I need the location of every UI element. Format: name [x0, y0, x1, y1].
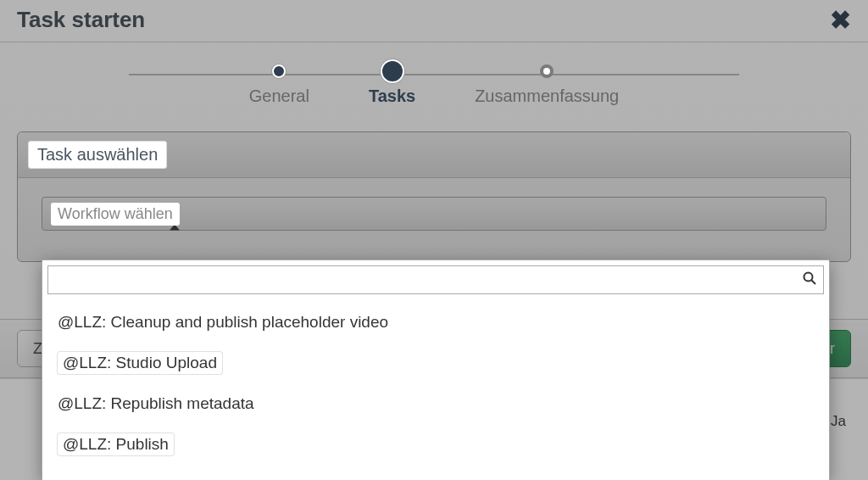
dropdown-item[interactable]: @LLZ: Cleanup and publish placeholder vi… [42, 303, 829, 342]
task-select-panel: Task auswählen Workflow wählen [17, 131, 851, 262]
dropdown-search [47, 265, 824, 294]
step-general[interactable]: General [249, 64, 309, 106]
stepper: General Tasks Zusammenfassung [0, 42, 868, 131]
workflow-dropdown: @LLZ: Cleanup and publish placeholder vi… [42, 260, 830, 480]
step-dot-done [272, 64, 286, 78]
step-label: General [249, 87, 309, 106]
stepper-track: General Tasks Zusammenfassung [129, 64, 739, 106]
dropdown-item-label: @LLZ: Publish [58, 433, 174, 455]
dropdown-item-label: @LLZ: Cleanup and publish placeholder vi… [58, 313, 388, 331]
step-dot-future [540, 64, 554, 78]
panel-header-label: Task auswählen [28, 141, 167, 169]
svg-point-0 [804, 272, 813, 281]
dropdown-item-label: @LLZ: Republish metadata [58, 394, 254, 412]
step-label: Tasks [369, 87, 415, 106]
panel-header: Task auswählen [18, 132, 850, 178]
workflow-select-placeholder: Workflow wählen [51, 203, 180, 226]
close-icon[interactable]: ✖ [830, 8, 851, 33]
dropdown-item[interactable]: @LLZ: Studio Upload [42, 342, 829, 384]
dropdown-item[interactable]: @LLZ: Republish metadata [42, 384, 829, 423]
step-tasks[interactable]: Tasks [369, 64, 415, 106]
dropdown-item-label: @LLZ: Studio Upload [58, 352, 222, 374]
svg-line-1 [812, 280, 816, 284]
step-summary[interactable]: Zusammenfassung [475, 64, 619, 106]
search-icon [803, 271, 816, 289]
modal-title: Task starten [17, 7, 145, 33]
dropdown-item[interactable]: @LLZ: Publish [42, 423, 829, 466]
dropdown-list: @LLZ: Cleanup and publish placeholder vi… [42, 299, 829, 480]
dropdown-search-input[interactable] [55, 272, 803, 287]
modal-header: Task starten ✖ [0, 0, 868, 42]
step-dot-active [381, 59, 404, 83]
panel-body: Workflow wählen [18, 178, 850, 261]
background-cell: Ja [831, 413, 851, 430]
step-label: Zusammenfassung [475, 87, 619, 106]
workflow-select[interactable]: Workflow wählen [42, 197, 826, 231]
